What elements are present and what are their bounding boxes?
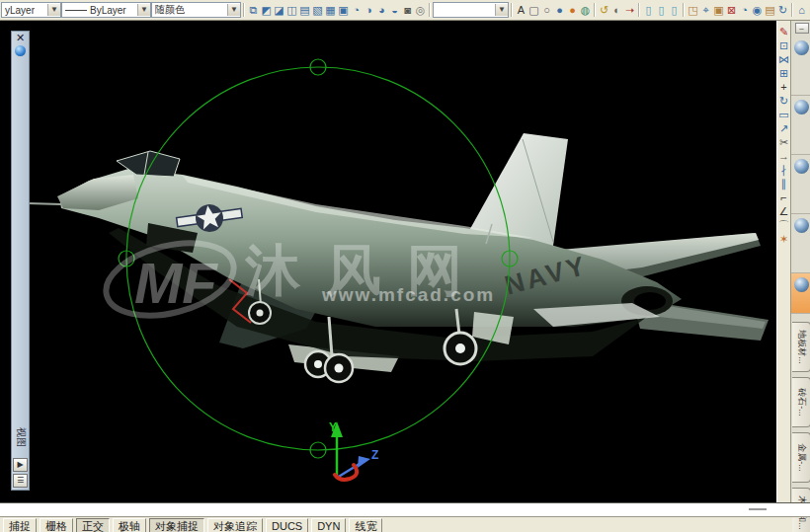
modeling-icon-group: ◳⌖▣⊠◔◉▤↻ <box>687 3 789 18</box>
chamfer-icon[interactable]: ∠ <box>777 204 790 218</box>
wireframe-2d-icon[interactable]: ▢ <box>527 3 540 18</box>
otrack-toggle[interactable]: 对象追踪 <box>207 518 263 532</box>
lineweight-toggle[interactable]: 线宽 <box>349 518 382 532</box>
mirror-icon[interactable]: ⋈ <box>777 52 790 66</box>
material-sample-5[interactable] <box>791 273 810 314</box>
distant-light-icon[interactable]: ▯ <box>668 3 681 18</box>
conceptual-style-icon[interactable]: ● <box>566 3 579 18</box>
stretch-icon[interactable]: ↗ <box>777 121 790 135</box>
view-cube-top-icon[interactable]: ◩ <box>260 3 273 18</box>
tab-floor-materials[interactable]: 地板材... <box>792 322 810 372</box>
box-solid-icon[interactable]: ◳ <box>687 3 699 18</box>
view-cube-iso-icon[interactable]: ▣ <box>337 3 350 18</box>
view-cube-left-icon[interactable]: ◫ <box>285 3 298 18</box>
grid-toggle[interactable]: 栅格 <box>40 518 73 532</box>
materials-icon[interactable]: ◍ <box>579 3 592 18</box>
polysolid-icon[interactable]: ⌖ <box>699 3 712 18</box>
pitot-probe <box>28 203 61 204</box>
break-point-icon[interactable]: ∤ <box>777 163 790 177</box>
chevron-down-icon[interactable]: ▼ <box>227 4 240 16</box>
spot-light-icon[interactable]: ▯ <box>655 3 668 18</box>
chevron-down-icon[interactable]: ▼ <box>47 4 60 16</box>
wireframe-3d-icon[interactable]: ○ <box>540 3 553 18</box>
constrained-orbit-icon[interactable] <box>15 45 26 56</box>
view-cube-front-icon[interactable]: ▧ <box>311 3 324 18</box>
palette-minimize-button[interactable]: – <box>795 23 809 34</box>
tab-masonry-materials[interactable]: 砖石-... <box>792 377 810 427</box>
linetype-combo[interactable]: ByLayer ▼ <box>61 2 151 18</box>
render-sweep-icon[interactable]: ↺ <box>598 3 610 18</box>
move-icon[interactable]: + <box>777 80 790 94</box>
camera-icon[interactable]: ◙ <box>401 3 414 18</box>
ducs-toggle[interactable]: DUCS <box>266 518 308 532</box>
target-compass-icon[interactable]: ◎ <box>414 3 427 18</box>
named-views-icon[interactable]: ⧉ <box>247 3 260 18</box>
dyn-toggle[interactable]: DYN <box>311 518 346 532</box>
main-row: NAVY <box>0 21 810 502</box>
tab-metal-materials[interactable]: 金属-... <box>792 432 810 483</box>
orbit-sw-icon[interactable]: ◔ <box>350 3 363 18</box>
cylinder-icon[interactable]: ◔ <box>738 3 751 18</box>
linetype-value: ByLayer <box>90 5 126 16</box>
erase-icon[interactable]: ✎ <box>777 25 790 38</box>
material-sample-3[interactable] <box>791 155 810 214</box>
strip-label: 视图 <box>14 427 28 447</box>
material-sample-1[interactable] <box>791 37 810 96</box>
toolbar-separator <box>511 3 513 17</box>
join-icon[interactable]: ⌐ <box>777 190 790 204</box>
model-viewport[interactable]: NAVY <box>0 21 776 502</box>
fillet-icon[interactable]: ⌒ <box>777 218 790 232</box>
orbit-se-icon[interactable]: ◑ <box>363 3 375 18</box>
axis-z-label: Z <box>371 448 378 462</box>
copy-icon[interactable]: ⊡ <box>777 38 790 52</box>
realistic-style-icon[interactable]: ● <box>553 3 566 18</box>
polar-toggle[interactable]: 极轴 <box>113 518 146 532</box>
revolve-icon[interactable]: ↻ <box>776 3 789 18</box>
ortho-toggle[interactable]: 正交 <box>76 518 110 532</box>
explode-icon[interactable]: ✶ <box>777 232 790 246</box>
command-line[interactable] <box>0 502 810 517</box>
plotstyle-combo[interactable]: 随颜色 ▼ <box>151 2 241 18</box>
view-cube-back-icon[interactable]: ▦ <box>324 3 337 18</box>
view-cube-right-icon[interactable]: ▤ <box>298 3 311 18</box>
render-icon[interactable]: ➝ <box>623 3 636 18</box>
chevron-down-icon[interactable]: ▼ <box>137 4 150 16</box>
wedge-icon[interactable]: ⊠ <box>725 3 738 18</box>
union-icon[interactable]: ⌂ <box>795 3 808 18</box>
material-samples <box>791 37 810 314</box>
close-icon[interactable]: ✕ <box>16 32 25 43</box>
command-line-splitter[interactable] <box>749 508 767 510</box>
extend-icon[interactable]: → <box>777 149 790 163</box>
sphere-solid-icon[interactable]: ◉ <box>751 3 764 18</box>
layer-color-combo[interactable]: yLayer ▼ <box>1 2 61 18</box>
palette-tabs: 地板材...砖石-...金属-...木材和... <box>791 322 810 532</box>
axis-y-label: Y <box>329 420 337 434</box>
view-orbit-icon-group: ⧉◩◪◫▤▧▦▣◔◑◕◒◙◎ <box>247 3 427 18</box>
lights-icon-group: ▯▯▯ <box>642 3 681 18</box>
extrude-icon[interactable]: ▤ <box>764 3 776 18</box>
material-sample-4[interactable] <box>791 214 810 273</box>
render-icon-group: ↺◐➝ <box>598 3 636 18</box>
toolbar-separator <box>683 3 685 17</box>
play-animation-icon[interactable]: ▶ <box>13 458 28 472</box>
viewport-canvas: NAVY <box>0 21 776 502</box>
material-sample-2[interactable] <box>791 96 810 155</box>
view-combo[interactable]: ▼ <box>433 2 509 18</box>
orbit-nw-icon[interactable]: ◒ <box>388 3 401 18</box>
rotate-icon[interactable]: ↻ <box>777 94 790 108</box>
render-region-icon[interactable]: ◐ <box>610 3 623 18</box>
view-cube-bottom-icon[interactable]: ◪ <box>273 3 285 18</box>
cube-solid-icon[interactable]: ▣ <box>712 3 725 18</box>
array-icon[interactable]: ⊞ <box>777 66 790 80</box>
scale-icon[interactable]: ▭ <box>777 108 790 121</box>
break-icon[interactable]: ∥ <box>777 177 790 190</box>
chevron-down-icon[interactable]: ▼ <box>495 4 508 16</box>
material-sphere-icon <box>794 218 809 233</box>
snap-toggle[interactable]: 捕捉 <box>3 518 37 532</box>
text-style-icon[interactable]: A <box>515 3 527 18</box>
trim-icon[interactable]: ✂ <box>777 135 790 149</box>
osnap-toggle[interactable]: 对象捕捉 <box>149 518 204 532</box>
point-light-icon[interactable]: ▯ <box>642 3 655 18</box>
list-menu-icon[interactable]: ☰ <box>13 474 28 488</box>
orbit-ne-icon[interactable]: ◕ <box>375 3 388 18</box>
